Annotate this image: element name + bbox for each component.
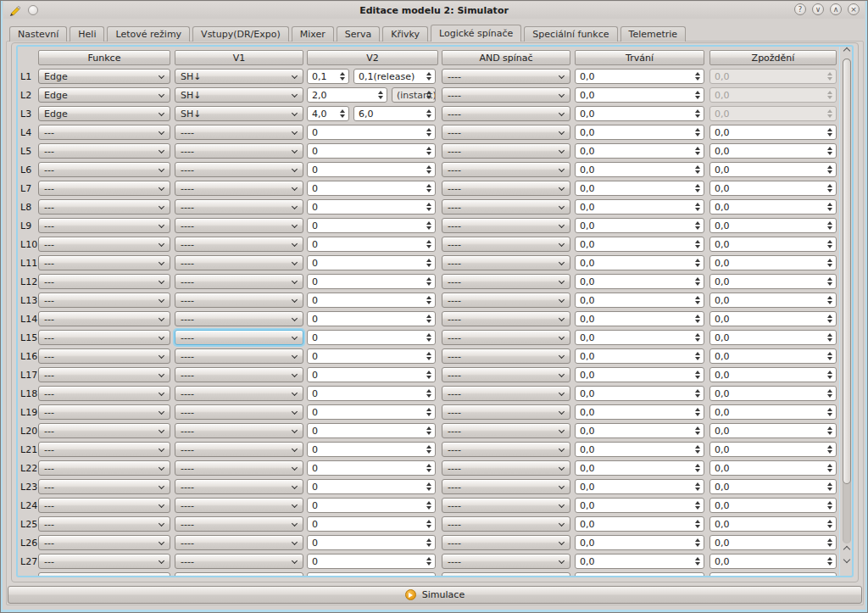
zpozdeni-spinbox[interactable]: 0,0	[709, 330, 837, 345]
spin-down-button[interactable]	[827, 245, 832, 248]
and-switch-select[interactable]: ----	[442, 274, 570, 289]
spin-up-button[interactable]	[695, 333, 700, 337]
funkce-select[interactable]: ---	[38, 404, 170, 420]
and-switch-select[interactable]	[442, 572, 570, 576]
spin-up-button[interactable]	[426, 315, 431, 318]
v1-select[interactable]: ----	[175, 498, 303, 513]
v2-spinbox[interactable]: 4,0	[307, 106, 349, 121]
zpozdeni-spinbox[interactable]: 0,0	[709, 554, 837, 569]
spin-down-button[interactable]	[827, 338, 832, 342]
spin-up-button[interactable]	[827, 315, 832, 318]
spin-down-button[interactable]	[695, 77, 700, 81]
v2-spinbox[interactable]: 0,1	[307, 69, 349, 84]
spin-down-button[interactable]	[695, 376, 700, 379]
v1-select[interactable]: ----	[175, 143, 303, 159]
tab-nastevní[interactable]: Nastevní	[9, 26, 67, 42]
spin-down-button[interactable]	[695, 469, 700, 472]
spin-up-button[interactable]	[426, 165, 431, 169]
v1-select[interactable]: ----	[175, 479, 303, 494]
v2-spinbox[interactable]: 0	[307, 348, 436, 364]
v2-spinbox[interactable]: 0,1(release)	[353, 69, 436, 84]
funkce-select[interactable]: ---	[38, 498, 170, 513]
spin-down-button[interactable]	[827, 320, 832, 323]
v1-select[interactable]: ----	[175, 237, 303, 252]
trvani-spinbox[interactable]: 0,0	[575, 237, 704, 252]
v1-select[interactable]: ----	[175, 516, 303, 532]
v1-select[interactable]: ----	[175, 125, 303, 140]
spin-up-button[interactable]	[827, 389, 832, 393]
titlebar[interactable]: Editace modelu 2: Simulator ?∨∧×	[3, 2, 865, 19]
spin-up-button[interactable]	[695, 464, 700, 467]
spin-up-button[interactable]	[695, 91, 700, 94]
and-switch-select[interactable]: ----	[442, 162, 570, 177]
and-switch-select[interactable]: ----	[442, 311, 570, 326]
spin-up-button[interactable]	[695, 128, 700, 131]
simulate-button[interactable]: Simulace	[8, 586, 862, 604]
v2-spinbox[interactable]: 0	[307, 554, 436, 569]
spin-up-button[interactable]	[695, 501, 700, 504]
v1-select[interactable]: SH↓	[175, 69, 303, 84]
zpozdeni-spinbox[interactable]: 0,0	[709, 535, 837, 550]
funkce-select[interactable]: ---	[38, 479, 170, 494]
spin-up-button[interactable]	[695, 352, 700, 355]
spin-down-button[interactable]	[827, 562, 832, 566]
spin-up-button[interactable]	[695, 538, 700, 542]
spin-down-button[interactable]	[426, 77, 431, 81]
v2-spinbox[interactable]: 2,0	[307, 87, 387, 103]
and-switch-select[interactable]: ----	[442, 442, 570, 457]
spin-down-button[interactable]	[827, 357, 832, 360]
spin-down-button[interactable]	[426, 525, 431, 528]
spin-up-button[interactable]	[426, 240, 431, 243]
trvani-spinbox[interactable]: 0,0	[575, 442, 704, 457]
and-switch-select[interactable]: ----	[442, 516, 570, 532]
spin-down-button[interactable]	[426, 376, 431, 379]
spin-down-button[interactable]	[695, 301, 700, 304]
spin-down-button[interactable]	[426, 96, 431, 99]
spin-up-button[interactable]	[827, 352, 832, 355]
trvani-spinbox[interactable]: 0,0	[575, 181, 704, 196]
spin-down-button[interactable]	[426, 338, 431, 342]
trvani-spinbox[interactable]: 0,0	[575, 404, 704, 420]
funkce-select[interactable]: ---	[38, 237, 170, 252]
minimize-button[interactable]: ∨	[812, 3, 824, 15]
v2-spinbox[interactable]: 0	[307, 162, 436, 177]
spin-down-button[interactable]	[827, 506, 832, 510]
spin-down-button[interactable]	[695, 264, 700, 267]
spin-down-button[interactable]	[426, 450, 431, 454]
v1-select[interactable]: ----	[175, 367, 303, 382]
spin-down-button[interactable]	[426, 488, 431, 491]
spin-up-button[interactable]	[695, 371, 700, 374]
spin-up-button[interactable]	[695, 389, 700, 393]
tab-křivky[interactable]: Křivky	[382, 26, 428, 42]
v2-spinbox[interactable]: 6,0	[353, 106, 436, 121]
spin-down-button[interactable]	[827, 189, 832, 192]
spin-up-button[interactable]	[695, 203, 700, 206]
spin-down-button[interactable]	[827, 264, 832, 267]
spin-up-button[interactable]	[426, 520, 431, 523]
trvani-spinbox[interactable]: 0,0	[575, 311, 704, 326]
funkce-select[interactable]: ---	[38, 535, 170, 550]
v2-spinbox[interactable]: 0	[307, 479, 436, 494]
spin-down-button[interactable]	[695, 208, 700, 211]
trvani-spinbox[interactable]: 0,0	[575, 143, 704, 159]
spin-down-button[interactable]	[426, 413, 431, 416]
v2-spinbox[interactable]: 0	[307, 125, 436, 140]
zpozdeni-spinbox[interactable]: 0,0	[709, 442, 837, 457]
tab-logické-spínače[interactable]: Logické spínače	[431, 25, 521, 42]
spin-down-button[interactable]	[695, 282, 700, 286]
funkce-select[interactable]: ---	[38, 516, 170, 532]
spin-up-button[interactable]	[695, 426, 700, 430]
trvani-spinbox[interactable]: 0,0	[575, 199, 704, 215]
spin-down-button[interactable]	[695, 562, 700, 566]
spin-down-button[interactable]	[695, 152, 700, 155]
zpozdeni-spinbox[interactable]: 0,0	[709, 274, 837, 289]
spin-down-button[interactable]	[426, 282, 431, 286]
trvani-spinbox[interactable]: 0,0	[575, 87, 704, 103]
v1-select[interactable]: ----	[175, 460, 303, 476]
zpozdeni-spinbox[interactable]: 0,0	[709, 162, 837, 177]
v2-spinbox[interactable]: 0	[307, 311, 436, 326]
zpozdeni-spinbox[interactable]	[709, 572, 837, 576]
spin-down-button[interactable]	[827, 133, 832, 137]
spin-down-button[interactable]	[695, 394, 700, 398]
zpozdeni-spinbox[interactable]: 0,0	[709, 199, 837, 215]
